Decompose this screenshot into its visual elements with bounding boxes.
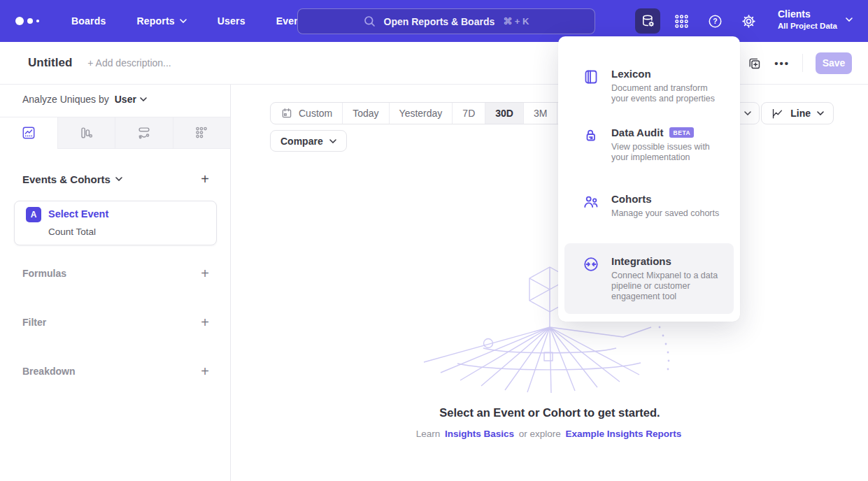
empty-state-subtitle: Learn Insights Basics or explore Example… (232, 429, 868, 439)
chart-type-tabs (0, 117, 230, 149)
tab-funnels[interactable] (57, 117, 115, 149)
integrations-sync-icon (583, 256, 599, 273)
help-button[interactable]: ? (702, 8, 727, 34)
date-range-control: Custom Today Yesterday 7D 30D 3M 6M (270, 102, 592, 124)
formulas-section: Formulas + (22, 266, 209, 280)
project-switcher[interactable]: Clients All Project Data (778, 8, 853, 31)
account-name: Clients (778, 8, 837, 21)
chart-type-dropdown[interactable]: Line (761, 102, 834, 124)
add-description-field[interactable]: + Add description... (87, 57, 171, 69)
mixpanel-logo[interactable] (15, 17, 41, 25)
menu-item-title: Cohorts (611, 193, 652, 205)
events-cohorts-label: Events & Cohorts (22, 173, 111, 185)
nav-item-boards[interactable]: Boards (71, 15, 106, 27)
analyze-label: Analyze Uniques by (22, 94, 109, 105)
report-canvas: Custom Today Yesterday 7D 30D 3M 6M Comp… (232, 85, 868, 481)
menu-item-cohorts[interactable]: Cohorts Manage your saved cohorts (564, 185, 734, 227)
menu-item-title: Lexicon (611, 68, 651, 80)
add-event-button[interactable]: + (201, 172, 209, 186)
data-audit-icon (583, 127, 599, 144)
add-breakdown-button[interactable]: + (201, 364, 209, 378)
breakdown-section: Breakdown + (22, 364, 209, 378)
insights-basics-link[interactable]: Insights Basics (445, 429, 514, 439)
nav-label: Users (218, 15, 246, 27)
cohorts-people-icon (583, 194, 599, 210)
empty-state-title: Select an Event or Cohort to get started… (232, 406, 868, 419)
calendar-icon (280, 107, 293, 120)
chevron-down-icon (180, 19, 187, 23)
data-management-button[interactable] (635, 8, 660, 34)
add-filter-button[interactable]: + (201, 315, 209, 329)
nav-label: Boards (71, 15, 106, 27)
nav-item-reports[interactable]: Reports (136, 15, 186, 27)
top-navbar: Boards Reports Users Events Open Reports… (0, 0, 868, 42)
date-range-today[interactable]: Today (342, 103, 388, 124)
count-total-label[interactable]: Count Total (48, 227, 96, 237)
menu-item-integrations[interactable]: Integrations Connect Mixpanel to a data … (564, 243, 734, 314)
events-cohorts-dropdown[interactable]: Events & Cohorts (22, 173, 122, 185)
duplicate-button[interactable] (747, 56, 762, 71)
header-divider (802, 54, 803, 72)
date-range-3m[interactable]: 3M (523, 103, 557, 124)
date-range-label: 7D (462, 108, 475, 119)
tab-flows[interactable] (115, 117, 173, 149)
retention-dots-icon (194, 125, 209, 141)
menu-item-description: View possible issues with your implement… (611, 142, 725, 163)
date-range-custom[interactable]: Custom (271, 103, 342, 124)
date-range-label: Yesterday (399, 108, 443, 119)
add-formula-button[interactable]: + (201, 266, 209, 280)
nav-label: Reports (136, 15, 174, 27)
report-title[interactable]: Untitled (28, 56, 72, 70)
duplicate-icon (747, 56, 762, 71)
global-search-input[interactable]: Open Reports & Boards ⌘ + K (297, 8, 595, 34)
chevron-down-icon (115, 177, 122, 181)
select-event-card[interactable]: A Select Event Count Total (14, 201, 217, 245)
analyze-by-dropdown[interactable]: User (115, 94, 147, 105)
menu-item-description: Document and transform your events and p… (611, 83, 725, 104)
date-range-label: Custom (299, 108, 332, 119)
help-glyph: ? (713, 17, 717, 25)
database-gear-icon (640, 13, 656, 29)
date-range-label: 30D (495, 108, 513, 119)
filter-label: Filter (22, 317, 46, 328)
nav-item-users[interactable]: Users (218, 15, 246, 27)
navbar-icon-group: ? (635, 8, 761, 34)
date-range-label: 3M (534, 108, 547, 119)
subtitle-middle: or explore (519, 429, 561, 439)
date-range-30d[interactable]: 30D (485, 103, 523, 124)
gear-icon (741, 13, 757, 29)
chevron-down-icon (846, 17, 853, 22)
menu-item-lexicon[interactable]: Lexicon Document and transform your even… (564, 60, 734, 112)
analyze-value: User (115, 94, 136, 105)
example-reports-link[interactable]: Example Insights Reports (566, 429, 682, 439)
filter-section: Filter + (22, 315, 209, 329)
save-button[interactable]: Save (816, 52, 852, 74)
date-range-7d[interactable]: 7D (452, 103, 485, 124)
subtitle-prefix: Learn (416, 429, 441, 439)
flows-icon (136, 125, 152, 141)
tab-retention[interactable] (173, 117, 231, 149)
date-range-yesterday[interactable]: Yesterday (389, 103, 453, 124)
line-chart-icon (771, 107, 784, 120)
chevron-down-icon (329, 139, 336, 143)
select-event-label[interactable]: Select Event (48, 208, 108, 220)
funnels-bars-icon (78, 125, 94, 141)
search-shortcut: ⌘ + K (503, 16, 529, 27)
menu-item-description: Manage your saved cohorts (611, 208, 719, 219)
events-cohorts-header: Events & Cohorts + (22, 172, 209, 186)
beta-badge: BETA (669, 127, 694, 138)
menu-item-data-audit[interactable]: Data Audit BETA View possible issues wit… (564, 119, 734, 171)
event-letter-badge: A (26, 207, 41, 222)
menu-item-title: Integrations (611, 255, 671, 267)
chart-type-label: Line (790, 108, 811, 119)
compare-dropdown[interactable]: Compare (270, 130, 347, 152)
lexicon-book-icon (583, 69, 599, 85)
query-builder-sidebar: Analyze Uniques by User (0, 85, 231, 481)
settings-button[interactable] (736, 8, 761, 34)
tab-insights[interactable] (0, 117, 57, 149)
formulas-label: Formulas (22, 268, 66, 279)
search-placeholder: Open Reports & Boards (384, 16, 495, 27)
more-options-button[interactable]: ••• (774, 57, 790, 69)
apps-grid-button[interactable] (669, 8, 694, 34)
analyze-uniques-row: Analyze Uniques by User (22, 94, 147, 105)
